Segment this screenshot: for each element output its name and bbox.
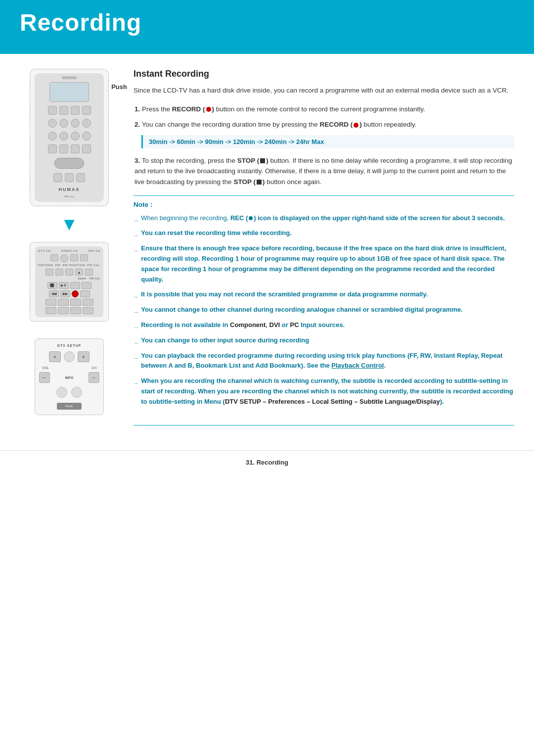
- remote-mini-btn: [45, 269, 53, 276]
- push-label: Push: [111, 83, 127, 91]
- note-5-text: You cannot change to other channel durin…: [141, 305, 514, 315]
- note-item-9: _ When you are recording the channel whi…: [134, 376, 514, 407]
- step-1: 1. Press the RECORD () button on the rem…: [134, 104, 514, 115]
- remote-small-btns-row: [45, 299, 93, 306]
- info-label: INFO: [65, 376, 74, 379]
- remote-small-btn: [58, 307, 69, 314]
- note-dash: _: [134, 243, 138, 284]
- step-3-prefix: To stop the recording, press the: [142, 157, 237, 164]
- note-dash: _: [134, 320, 138, 331]
- remote-btn-row-3: [48, 132, 91, 141]
- play-pause-btn: ▶⏸: [59, 282, 69, 289]
- minus-vol-btn: −: [39, 372, 50, 383]
- remote-circle-btn: [82, 119, 91, 128]
- remote-small-btn: [83, 307, 93, 314]
- rew-btn: ◀◀: [49, 290, 59, 297]
- remote-btn: [82, 144, 91, 153]
- remote-small-btn: [58, 299, 69, 306]
- remote-circle-btn: [48, 119, 57, 128]
- remote-circle-btn: [59, 119, 68, 128]
- remote-ch-btns: [50, 254, 88, 262]
- remote-pip-btns: ▲: [45, 269, 93, 276]
- remote-model: RR-xxx: [64, 195, 74, 198]
- note-item-6: _ Recording is not available in Componen…: [134, 320, 514, 331]
- remote-top-body: HUMAX RR-xxx: [35, 73, 104, 202]
- remote-mini-btn: [85, 269, 93, 276]
- playback-link[interactable]: Playback Control: [331, 362, 384, 369]
- step-2-num: 2.: [134, 121, 140, 128]
- remote-nav-ring: [54, 158, 84, 169]
- note-item-4: _ It is possible that you may not record…: [134, 289, 514, 300]
- remote-pip-labels: PIP/TWIN PIP PIP POSITION PIP CH+: [38, 264, 100, 267]
- note-1-text: When beginning the recording, REC () ico…: [141, 213, 514, 224]
- remote-btn: [76, 173, 85, 182]
- remote-dtv-inner: DTV SETUP + + VOL CH − INFO −: [39, 344, 99, 410]
- down-arrow-icon: ▼: [60, 215, 78, 233]
- remote-brand-label: HUMAX: [59, 187, 80, 192]
- step-3-bold1: STOP (): [237, 157, 268, 164]
- steps-list: 1. Press the RECORD () button on the rem…: [134, 104, 514, 188]
- page-btn-wrapper: PAGE: [57, 403, 82, 410]
- left-circle-btn: [56, 387, 67, 398]
- dtv-setup-text: DTV SETUP – Preferences – Local Setting …: [225, 398, 440, 405]
- remote-small-btn: [45, 299, 56, 306]
- note-7-text: You can change to other input source dur…: [141, 335, 514, 346]
- swap-label: SWAP PIP CH-: [38, 277, 100, 280]
- remote-btn-row-4: [48, 144, 91, 153]
- remote-circle-btn: [48, 132, 57, 141]
- remote-screen: [49, 82, 89, 102]
- note-dash: _: [134, 305, 138, 315]
- remote-btn: [65, 173, 74, 182]
- remote-small-btn: [70, 307, 81, 314]
- note-8-text: You can playback the recorded programme …: [141, 351, 514, 372]
- fav-ch-label: FAV CH: [89, 249, 100, 252]
- remote-mini-btn: [50, 254, 58, 261]
- dtv-setup-label: DTV SETUP: [57, 344, 81, 347]
- stop-btn: ⬛: [47, 282, 57, 289]
- remote-btn: [82, 106, 91, 115]
- pip-label: PIP: [55, 264, 60, 267]
- fwd-btn: ▶▶: [60, 290, 70, 297]
- remote-btn: [59, 144, 68, 153]
- remote-small-btn: [83, 299, 93, 306]
- remote-btn-row-2: [48, 119, 91, 128]
- page-header: Recording: [0, 0, 534, 47]
- timing-box: 30min -> 60min -> 90min -> 120min -> 240…: [141, 135, 514, 148]
- note-item-3: _ Ensure that there is enough free space…: [134, 243, 514, 284]
- page-body: Push: [0, 54, 534, 445]
- ch-label: CH: [91, 366, 96, 370]
- step-3-suffix2: button once again.: [267, 178, 321, 186]
- radio-ch-label: RADIO CH: [61, 249, 78, 252]
- right-circle-btn: [71, 387, 82, 398]
- note-2-text: You can reset the recording time while r…: [141, 228, 514, 238]
- remote-btn-row-5: [53, 173, 85, 182]
- remote-btn: [71, 106, 80, 115]
- remote-rew-fwd-btns: ◀◀ ▶▶: [49, 290, 90, 297]
- note-dash: _: [134, 289, 138, 300]
- step-1-prefix: Press the: [142, 105, 172, 113]
- remote-dtv-image: DTV SETUP + + VOL CH − INFO −: [35, 338, 104, 415]
- center-circle-btn: [64, 351, 75, 362]
- remote-btn: [48, 144, 57, 153]
- blank-btn2: [80, 290, 90, 297]
- remote-mini-btn: [55, 269, 63, 276]
- note-item-8: _ You can playback the recorded programm…: [134, 351, 514, 372]
- minus-ch-btn: −: [89, 372, 99, 383]
- step-1-suffix: button on the remote control to record t…: [216, 105, 425, 113]
- left-column: Push: [20, 69, 119, 430]
- page-btn: PAGE: [57, 403, 82, 410]
- blank-btn: [70, 282, 80, 289]
- section-title: Instant Recording: [134, 69, 514, 79]
- remote-mini-btn: [70, 254, 78, 261]
- note-dash: _: [134, 335, 138, 346]
- remote-btn: [59, 106, 68, 115]
- note-dash: _: [134, 376, 138, 407]
- blue-accent-stripe: [0, 47, 534, 54]
- note-dash: _: [134, 351, 138, 372]
- remote-btn: [71, 144, 80, 153]
- rec-dot-btn: [72, 290, 79, 297]
- notes-section: Note : _ When beginning the recording, R…: [134, 201, 514, 417]
- note-dash: _: [134, 213, 138, 224]
- note-item-5: _ You cannot change to other channel dur…: [134, 305, 514, 315]
- note-9-text: When you are recording the channel which…: [141, 376, 514, 407]
